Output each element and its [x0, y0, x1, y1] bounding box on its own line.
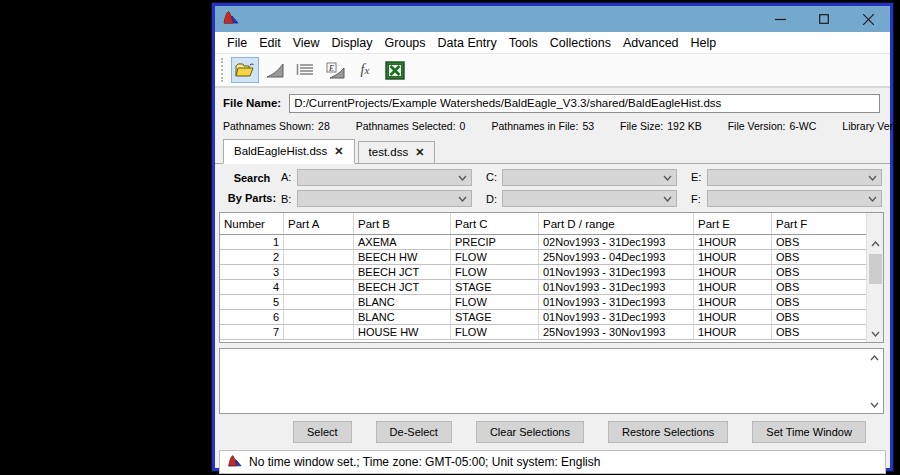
file-name-input[interactable] — [289, 94, 880, 113]
by-parts-label: By Parts: — [223, 192, 281, 204]
col-part-d[interactable]: Part D / range — [539, 213, 694, 234]
tab-label: BaldEagleHist.dss — [234, 145, 327, 157]
menu-view[interactable]: View — [287, 36, 326, 50]
col-part-e[interactable]: Part E — [694, 213, 772, 234]
menu-data-entry[interactable]: Data Entry — [432, 36, 503, 50]
chevron-down-icon — [458, 195, 467, 203]
plot-icon[interactable] — [261, 57, 289, 83]
menu-help[interactable]: Help — [685, 36, 723, 50]
deselect-button[interactable]: De-Select — [376, 421, 452, 443]
library-version: Library Version:x64 — [842, 120, 900, 132]
file-name-row: File Name: — [215, 90, 890, 116]
table-scrollbar[interactable] — [866, 213, 883, 342]
part-a-combobox[interactable] — [297, 169, 472, 186]
maximize-button[interactable] — [802, 6, 846, 32]
menu-display[interactable]: Display — [326, 36, 379, 50]
tab-label: test.dss — [369, 146, 409, 158]
chevron-down-icon — [663, 174, 672, 182]
tab-close-icon[interactable]: ✕ — [334, 145, 343, 158]
status-text: No time window set.; Time zone: GMT-05:0… — [249, 455, 600, 469]
search-part-d: D: — [486, 190, 677, 209]
chevron-down-icon — [868, 174, 877, 182]
excel-export-icon[interactable] — [381, 57, 409, 83]
search-label: Search — [223, 172, 281, 184]
pathnames-info-row: Pathnames Shown:28 Pathnames Selected:0 … — [215, 116, 890, 135]
chevron-down-icon — [663, 195, 672, 203]
tab-testdss[interactable]: test.dss ✕ — [358, 141, 436, 163]
selected-pathnames-list[interactable] — [219, 348, 884, 414]
menu-bar: File Edit View Display Groups Data Entry… — [215, 32, 890, 54]
scroll-down-icon[interactable] — [866, 396, 883, 413]
chevron-down-icon — [458, 174, 467, 182]
pathnames-selected: Pathnames Selected:0 — [356, 120, 466, 132]
file-size: File Size:192 KB — [620, 120, 702, 132]
table-row[interactable]: 6BLANCSTAGE01Nov1993 - 31Dec19931HOUROBS — [220, 310, 866, 325]
pathnames-in-file: Pathnames in File:53 — [491, 120, 594, 132]
part-f-combobox[interactable] — [707, 190, 882, 207]
action-buttons: Select De-Select Clear Selections Restor… — [215, 416, 890, 448]
menu-edit[interactable]: Edit — [253, 36, 287, 50]
search-by-parts-panel: Search By Parts: A: B: C: — [215, 164, 890, 210]
menu-tools[interactable]: Tools — [503, 36, 544, 50]
menu-groups[interactable]: Groups — [379, 36, 432, 50]
file-version: File Version:6-WC — [728, 120, 817, 132]
status-bar: No time window set.; Time zone: GMT-05:0… — [219, 450, 886, 474]
tab-close-icon[interactable]: ✕ — [415, 146, 424, 159]
search-part-e: E: — [691, 168, 882, 187]
table-row[interactable]: 5BLANCFLOW01Nov1993 - 31Dec19931HOUROBS — [220, 295, 866, 310]
close-button[interactable] — [846, 6, 890, 32]
scroll-up-icon[interactable] — [867, 235, 884, 252]
part-d-combobox[interactable] — [502, 190, 677, 207]
search-labels: Search By Parts: — [223, 168, 281, 208]
toolbar-drag-handle[interactable] — [221, 58, 226, 82]
part-c-combobox[interactable] — [502, 169, 677, 186]
list-scrollbar[interactable] — [866, 349, 883, 413]
edit-plot-icon[interactable]: E — [321, 57, 349, 83]
search-part-b: B: — [281, 190, 472, 209]
table-row[interactable]: 4BEECH JCTSTAGE01Nov1993 - 31Dec19931HOU… — [220, 280, 866, 295]
restore-selections-button[interactable]: Restore Selections — [608, 421, 728, 443]
open-file-icon[interactable] — [231, 57, 259, 83]
scroll-down-icon[interactable] — [867, 325, 884, 342]
menu-advanced[interactable]: Advanced — [617, 36, 685, 50]
toolbar: E fx — [215, 54, 890, 88]
file-tabs: BaldEagleHist.dss ✕ test.dss ✕ — [215, 137, 890, 164]
clear-selections-button[interactable]: Clear Selections — [476, 421, 584, 443]
app-window: File Edit View Display Groups Data Entry… — [212, 3, 893, 471]
chevron-down-icon — [868, 195, 877, 203]
table-row[interactable]: 1AXEMAPRECIP02Nov1993 - 31Dec19931HOUROB… — [220, 235, 866, 250]
table-header-row: Number Part A Part B Part C Part D / ran… — [220, 213, 866, 235]
col-number[interactable]: Number — [220, 213, 284, 234]
set-time-window-button[interactable]: Set Time Window — [752, 421, 866, 443]
math-functions-icon[interactable]: fx — [351, 57, 379, 83]
table-row[interactable]: 7HOUSE HWFLOW25Nov1993 - 30Nov19931HOURO… — [220, 325, 866, 340]
col-part-b[interactable]: Part B — [354, 213, 451, 234]
col-part-a[interactable]: Part A — [284, 213, 354, 234]
tabulate-icon[interactable] — [291, 57, 319, 83]
hec-dssvue-logo-icon — [221, 9, 239, 29]
search-part-a: A: — [281, 168, 472, 187]
tab-baldeaglehist[interactable]: BaldEagleHist.dss ✕ — [223, 139, 355, 164]
select-button[interactable]: Select — [293, 421, 352, 443]
search-part-c: C: — [486, 168, 677, 187]
menu-file[interactable]: File — [221, 36, 253, 50]
search-part-f: F: — [691, 190, 882, 209]
pathnames-shown: Pathnames Shown:28 — [223, 120, 330, 132]
file-name-label: File Name: — [223, 97, 281, 109]
part-e-combobox[interactable] — [707, 169, 882, 186]
pathname-table: Number Part A Part B Part C Part D / ran… — [219, 212, 884, 343]
table-row[interactable]: 2BEECH HWFLOW25Nov1993 - 04Dec19931HOURO… — [220, 250, 866, 265]
col-part-c[interactable]: Part C — [451, 213, 539, 234]
svg-text:E: E — [328, 63, 334, 72]
scroll-up-icon[interactable] — [866, 349, 883, 366]
part-b-combobox[interactable] — [297, 190, 472, 207]
table-row[interactable]: 3BEECH JCTFLOW01Nov1993 - 31Dec19931HOUR… — [220, 265, 866, 280]
menu-collections[interactable]: Collections — [544, 36, 617, 50]
title-bar — [215, 6, 890, 32]
minimize-button[interactable] — [758, 6, 802, 32]
scrollbar-thumb[interactable] — [869, 254, 882, 284]
col-part-f[interactable]: Part F — [772, 213, 866, 234]
hec-dssvue-logo-icon — [226, 453, 242, 472]
